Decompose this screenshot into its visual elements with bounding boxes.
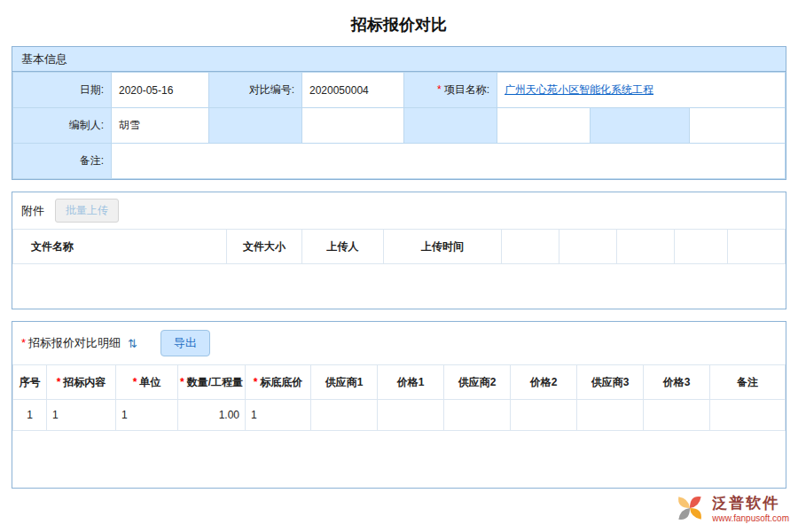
compare-no-value: 2020050004 (309, 84, 369, 97)
creator-label-cell: 编制人: (13, 108, 112, 144)
cell-remark[interactable] (710, 400, 786, 431)
required-mark-icon: * (180, 376, 184, 388)
cell-unit[interactable]: 1 (116, 400, 178, 431)
basic-info-panel: 基本信息 日期: 2020-05-16 对比编号: 2020050004 *项目… (12, 46, 786, 180)
brand-site[interactable]: www.fanpusoft.com (712, 513, 789, 523)
project-value-cell: 广州天心苑小区智能化系统工程 (497, 73, 786, 108)
info-empty-label-cell (591, 108, 690, 144)
attachment-panel: 附件 批量上传 文件名称 文件大小 上传人 上传时间 (12, 192, 786, 309)
date-value: 2020-05-16 (119, 84, 173, 97)
cell-base-price[interactable]: 1 (246, 400, 311, 431)
col-seq-label: 序号 (20, 376, 41, 388)
detail-header-row: 序号 *招标内容 *单位 *数量/工程量 *标底底价 供应商1 价格1 供应商2… (13, 365, 786, 400)
attachment-header-row: 文件名称 文件大小 上传人 上传时间 (13, 230, 786, 264)
col-base-price: *标底底价 (246, 365, 311, 400)
detail-toolbar: *招标报价对比明细 ⇅ 导出 (12, 322, 786, 364)
detail-title: *招标报价对比明细 (21, 335, 121, 351)
col-file-size-label: 文件大小 (243, 240, 286, 253)
col-bid-content-label: 招标内容 (63, 376, 106, 388)
col-quantity-label: 数量/工程量 (187, 376, 243, 388)
info-empty-value-cell (302, 108, 404, 144)
basic-info-header: 基本信息 (12, 47, 786, 72)
creator-value-cell: 胡雪 (112, 108, 209, 144)
detail-title-label: 招标报价对比明细 (28, 336, 121, 349)
cell-bid-content[interactable]: 1 (47, 400, 116, 431)
col-price3-label: 价格3 (663, 376, 691, 388)
col-supplier1-label: 供应商1 (325, 376, 364, 388)
col-empty (559, 230, 617, 264)
basic-info-row-1: 日期: 2020-05-16 对比编号: 2020050004 *项目名称: 广… (13, 73, 786, 108)
col-seq: 序号 (13, 365, 47, 400)
col-remark-label: 备注 (737, 376, 758, 388)
page-title: 招标报价对比 (0, 0, 798, 46)
cell-seq: 1 (13, 400, 47, 431)
project-label: 项目名称: (444, 83, 489, 96)
brand-text-block: 泛普软件 www.fanpusoft.com (712, 493, 789, 523)
detail-panel: *招标报价对比明细 ⇅ 导出 序号 *招标内容 *单位 *数量/工程量 *标底底… (12, 321, 786, 489)
col-supplier3-label: 供应商3 (591, 376, 630, 388)
detail-data-row: 1 1 1 1.00 1 (13, 400, 786, 431)
compare-no-label: 对比编号: (249, 83, 294, 96)
col-empty (728, 230, 786, 264)
col-price3: 价格3 (644, 365, 710, 400)
info-empty-value-cell (690, 108, 786, 144)
date-label-cell: 日期: (13, 73, 112, 108)
col-price2-label: 价格2 (530, 376, 558, 388)
remark-value-cell (112, 144, 786, 179)
cell-supplier3[interactable] (577, 400, 644, 431)
col-empty (617, 230, 675, 264)
fanpu-logo-icon (673, 491, 707, 525)
attachment-empty-area (12, 264, 786, 309)
brand-name: 泛普软件 (712, 493, 789, 513)
compare-no-value-cell: 2020050004 (302, 73, 404, 108)
attachment-table: 文件名称 文件大小 上传人 上传时间 (12, 229, 786, 264)
sort-icon[interactable]: ⇅ (128, 337, 137, 350)
col-price1-label: 价格1 (397, 376, 425, 388)
col-bid-content: *招标内容 (47, 365, 116, 400)
required-mark-icon: * (57, 376, 61, 388)
col-unit-label: 单位 (139, 376, 160, 388)
info-empty-value-cell (497, 108, 591, 144)
remark-label-cell: 备注: (13, 144, 112, 179)
info-empty-label-cell (209, 108, 302, 144)
creator-value: 胡雪 (119, 119, 140, 131)
cell-quantity[interactable]: 1.00 (178, 400, 246, 431)
cell-supplier1[interactable] (311, 400, 378, 431)
col-supplier3: 供应商3 (577, 365, 644, 400)
info-empty-label-cell (404, 108, 497, 144)
detail-empty-area (12, 431, 786, 488)
col-file-name-label: 文件名称 (31, 240, 74, 253)
attachment-title: 附件 (21, 203, 44, 219)
col-supplier1: 供应商1 (311, 365, 378, 400)
attachment-toolbar: 附件 批量上传 (12, 192, 786, 229)
compare-no-label-cell: 对比编号: (209, 73, 302, 108)
cell-price3[interactable] (644, 400, 710, 431)
col-empty (675, 230, 728, 264)
col-base-price-label: 标底底价 (260, 376, 302, 388)
col-price1: 价格1 (378, 365, 444, 400)
required-mark-icon: * (254, 376, 258, 388)
export-button[interactable]: 导出 (160, 330, 210, 356)
remark-label: 备注: (80, 154, 104, 167)
basic-info-table: 日期: 2020-05-16 对比编号: 2020050004 *项目名称: 广… (12, 72, 786, 179)
col-quantity: *数量/工程量 (178, 365, 246, 400)
footer-brand: 泛普软件 www.fanpusoft.com (673, 491, 789, 525)
col-price2: 价格2 (511, 365, 577, 400)
cell-supplier2[interactable] (444, 400, 511, 431)
date-label: 日期: (80, 83, 104, 96)
col-file-size: 文件大小 (227, 230, 302, 264)
col-supplier2-label: 供应商2 (458, 376, 497, 388)
col-supplier2: 供应商2 (444, 365, 511, 400)
basic-info-row-3: 备注: (13, 144, 786, 179)
project-name-link[interactable]: 广州天心苑小区智能化系统工程 (505, 83, 653, 96)
col-upload-time: 上传时间 (384, 230, 502, 264)
col-empty (502, 230, 559, 264)
batch-upload-button[interactable]: 批量上传 (55, 199, 119, 223)
col-file-name: 文件名称 (13, 230, 227, 264)
basic-info-row-2: 编制人: 胡雪 (13, 108, 786, 144)
cell-price2[interactable] (511, 400, 577, 431)
creator-label: 编制人: (69, 119, 104, 131)
col-unit: *单位 (116, 365, 178, 400)
required-mark-icon: * (133, 376, 137, 388)
cell-price1[interactable] (378, 400, 444, 431)
